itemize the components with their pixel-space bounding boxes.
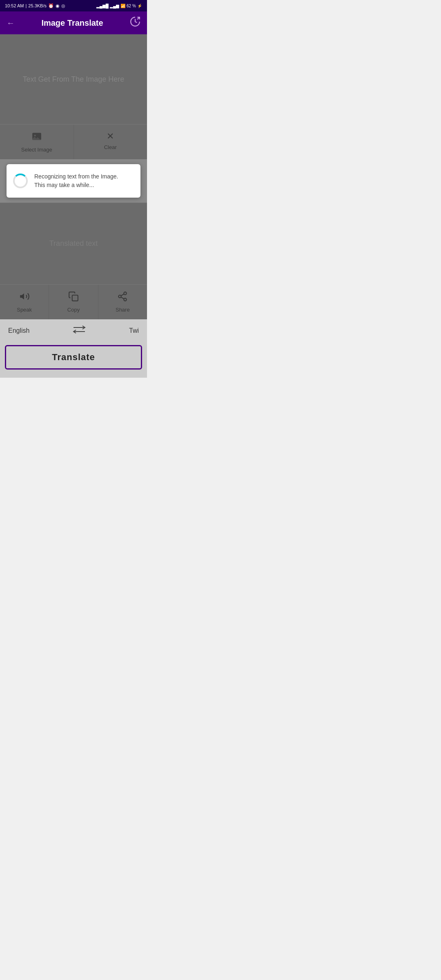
image-action-row: Select Image ✕ Clear bbox=[0, 124, 147, 159]
loading-message: Recognizing text from the Image. This ma… bbox=[34, 172, 118, 189]
status-left: 10:52 AM | 25.3KB/s ⏰ ◉ ◎ bbox=[5, 3, 65, 9]
loading-spinner bbox=[13, 174, 28, 188]
main-content: Text Get From The Image Here Select Imag… bbox=[0, 34, 147, 319]
loading-dialog: Recognizing text from the Image. This ma… bbox=[7, 164, 140, 198]
swap-language-button[interactable] bbox=[73, 325, 86, 336]
separator: | bbox=[25, 3, 27, 8]
page-title: Image Translate bbox=[41, 18, 103, 28]
translate-btn-container: Translate bbox=[0, 342, 147, 378]
source-text-area[interactable]: Text Get From The Image Here bbox=[0, 34, 147, 124]
signal-icon-2: ▂▄▆ bbox=[110, 4, 119, 8]
app-header: ← Image Translate bbox=[0, 11, 147, 34]
target-language[interactable]: Twi bbox=[129, 327, 139, 334]
language-bar: English Twi bbox=[0, 319, 147, 342]
wifi-icon: 📶 bbox=[120, 4, 125, 8]
charging-icon: ⚡ bbox=[137, 4, 142, 8]
dimmed-overlay-translated bbox=[0, 203, 147, 284]
time: 10:52 AM bbox=[5, 3, 24, 8]
source-language[interactable]: English bbox=[8, 327, 29, 334]
bottom-action-row: Speak Copy Share bbox=[0, 284, 147, 319]
dimmed-overlay-btns bbox=[0, 125, 147, 159]
alarm-icon: ⏰ bbox=[48, 3, 54, 9]
dimmed-overlay-top bbox=[0, 34, 147, 124]
history-icon[interactable] bbox=[130, 16, 140, 29]
translated-text-area[interactable]: Translated text bbox=[0, 203, 147, 284]
signal-icon: ▂▄▆█ bbox=[96, 4, 109, 8]
app-icon-1: ◉ bbox=[56, 3, 60, 9]
app-icon-2: ◎ bbox=[61, 3, 65, 9]
status-right: ▂▄▆█ ▂▄▆ 📶 62 % ⚡ bbox=[96, 4, 142, 8]
back-button[interactable]: ← bbox=[7, 18, 15, 28]
status-bar: 10:52 AM | 25.3KB/s ⏰ ◉ ◎ ▂▄▆█ ▂▄▆ 📶 62 … bbox=[0, 0, 147, 11]
battery-label: 62 bbox=[127, 4, 131, 8]
translate-button[interactable]: Translate bbox=[5, 345, 142, 370]
network-speed: 25.3KB/s bbox=[28, 3, 47, 8]
dimmed-overlay-bottom bbox=[0, 285, 147, 319]
battery-percent: % bbox=[132, 4, 136, 8]
